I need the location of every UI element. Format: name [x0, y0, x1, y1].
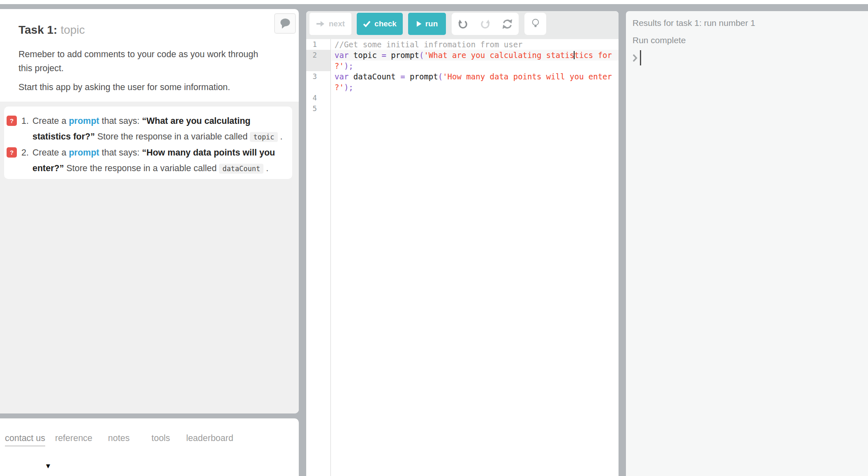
run-button[interactable]: run — [408, 13, 446, 35]
console-cursor — [640, 50, 641, 65]
code-line[interactable]: ?'); — [331, 60, 619, 71]
code-token: topic — [349, 51, 381, 60]
task-paragraph-2: Start this app by asking the user for so… — [18, 80, 290, 94]
line-number: 2 — [306, 50, 330, 60]
code-line[interactable]: //Get some initial infromation from user — [331, 39, 619, 50]
task-paragraph-1: Remeber to add comments to your code as … — [18, 47, 290, 75]
editor-gutter: 12345 — [306, 39, 331, 476]
console-chevron-icon — [633, 53, 637, 63]
code-token: ( — [419, 51, 424, 60]
run-status: Run complete — [633, 35, 860, 46]
question-badge[interactable]: ? — [7, 147, 17, 158]
task-text-segment: Store the response in a variable called — [64, 163, 219, 173]
lightbulb-icon — [531, 18, 540, 30]
code-token: = — [381, 51, 386, 60]
footer-tab-notes[interactable]: notes — [108, 433, 130, 443]
task-text-segment: Start this app by asking the user for so… — [18, 82, 230, 92]
code-token: 'How many data points will you enter — [443, 72, 612, 81]
code-line[interactable]: var topic = prompt('What are you calcula… — [331, 50, 619, 60]
code-token: tics for — [574, 51, 612, 60]
code-line[interactable]: ?'); — [331, 82, 619, 93]
task-text-segment: this project. — [18, 63, 64, 73]
code-token: ?' — [335, 61, 344, 70]
editor-toolbar: next check run — [306, 11, 619, 39]
footer-tabs: contact usreferencenotestoolsleaderboard — [0, 418, 299, 446]
code-line[interactable] — [331, 103, 619, 114]
code-editor[interactable]: 12345 //Get some initial infromation fro… — [306, 39, 619, 476]
code-token: prompt — [386, 51, 419, 60]
code-token: ?' — [335, 83, 344, 92]
task-title-topic: topic — [60, 23, 85, 36]
line-number-wrap — [306, 82, 330, 93]
next-button[interactable]: next — [309, 13, 351, 35]
task-text-segment: . — [278, 132, 283, 142]
task-text-segment: “How many data points will you — [142, 148, 275, 158]
task-text-segment: “What are you calculating — [142, 116, 250, 126]
code-line[interactable]: var dataCount = prompt('How many data po… — [331, 71, 619, 82]
task-text-segment: Store the response in a variable called — [95, 132, 250, 142]
task-number: 1. — [21, 113, 29, 129]
sync-icon[interactable] — [502, 19, 513, 30]
code-token: ); — [344, 61, 353, 70]
code-token: dataCount — [349, 72, 400, 81]
editor-panel: next check run — [306, 11, 619, 476]
task-item: ?2.Create a prompt that says: “How many … — [7, 145, 285, 176]
task-list-card: ?1.Create a prompt that says: “What are … — [4, 107, 292, 179]
code-token: var — [335, 72, 349, 81]
code-token: 'What are you calculating statis — [424, 51, 574, 60]
undo-icon[interactable] — [457, 19, 469, 30]
task-text-segment: Create a — [32, 148, 69, 158]
footer-tab-contact-us[interactable]: contact us — [5, 433, 45, 446]
line-number-wrap — [306, 60, 330, 71]
code-area: //Get some initial infromation from user… — [331, 39, 619, 476]
hint-button[interactable] — [524, 13, 546, 35]
results-panel: Results for task 1: run number 1 Run com… — [626, 11, 868, 476]
task-text-segment: that says: — [99, 116, 142, 126]
code-token: ( — [438, 72, 443, 81]
history-button-group — [452, 13, 519, 35]
dropdown-triangle-icon[interactable]: ▼ — [46, 463, 50, 469]
line-number: 5 — [306, 103, 330, 114]
code-token: ); — [344, 83, 353, 92]
task-text-segment: . — [263, 163, 268, 173]
task-list-section: ?1.Create a prompt that says: “What are … — [0, 102, 299, 413]
footer-tab-leaderboard[interactable]: leaderboard — [186, 433, 233, 443]
task-text: Create a prompt that says: “How many dat… — [32, 145, 285, 176]
code-line[interactable] — [331, 93, 619, 103]
task-text-segment: that says: — [99, 148, 142, 158]
results-header: Results for task 1: run number 1 — [633, 17, 860, 28]
play-icon — [416, 21, 422, 27]
code-token: prompt — [405, 72, 438, 81]
prompt-link[interactable]: prompt — [69, 116, 99, 126]
task-panel: Task 1:topic Remeber to add comments to … — [0, 9, 299, 413]
task-text-segment: statistics for?” — [32, 132, 95, 142]
task-text-segment: Create a — [32, 116, 69, 126]
line-number: 3 — [306, 71, 330, 82]
speech-bubble-icon — [279, 18, 291, 29]
question-badge[interactable]: ? — [7, 116, 17, 126]
redo-icon[interactable] — [480, 19, 491, 30]
code-token: = — [400, 72, 405, 81]
comment-button[interactable] — [274, 13, 296, 34]
arrow-right-icon — [316, 20, 325, 28]
footer-tab-tools[interactable]: tools — [151, 433, 170, 443]
task-text-segment: Remeber to add comments to your code as … — [18, 49, 258, 59]
task-text: Create a prompt that says: “What are you… — [32, 113, 285, 145]
task-number: 2. — [21, 145, 29, 160]
task-title-prefix: Task 1: — [18, 23, 57, 36]
check-button[interactable]: check — [357, 13, 403, 35]
footer-panel: contact usreferencenotestoolsleaderboard… — [0, 418, 299, 476]
footer-tab-reference[interactable]: reference — [55, 433, 92, 443]
console-input-row[interactable] — [633, 50, 860, 65]
prompt-link[interactable]: prompt — [69, 148, 99, 158]
task-item: ?1.Create a prompt that says: “What are … — [7, 113, 285, 145]
task-text-segment: topic — [250, 132, 277, 142]
task-text-segment: enter?” — [32, 163, 64, 173]
task-text-segment: dataCount — [219, 164, 263, 174]
page-background: Task 1:topic Remeber to add comments to … — [0, 4, 868, 476]
page-title: Task 1:topic — [18, 23, 299, 37]
line-number: 1 — [306, 39, 330, 50]
check-icon — [363, 21, 371, 27]
code-token: var — [335, 51, 349, 60]
line-number: 4 — [306, 93, 330, 103]
